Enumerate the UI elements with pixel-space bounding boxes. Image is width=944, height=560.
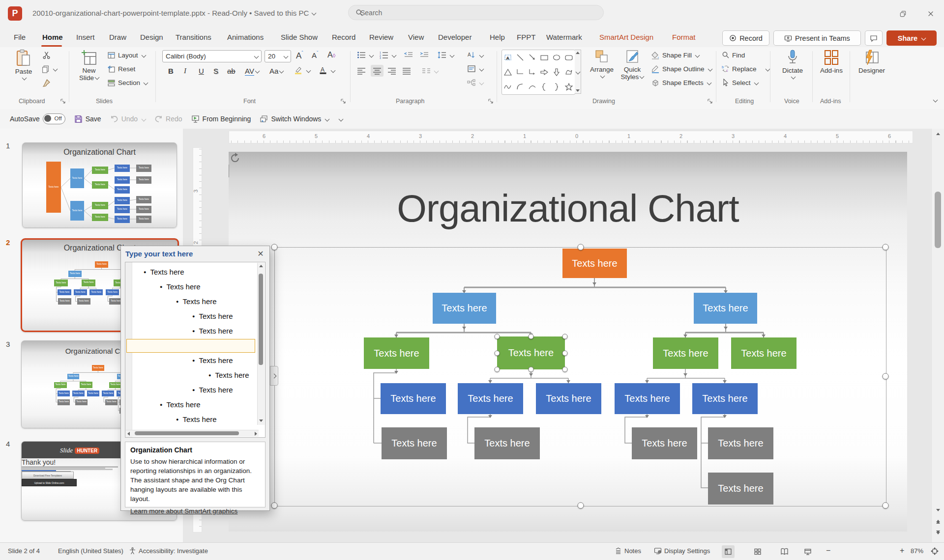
text-pane-item[interactable]: ●Texts here bbox=[176, 413, 217, 426]
tab-file[interactable]: File bbox=[14, 30, 26, 45]
quick-styles-button[interactable]: QuickStyles bbox=[619, 49, 646, 81]
tab-transitions[interactable]: Transitions bbox=[176, 30, 211, 45]
tab-view[interactable]: View bbox=[408, 30, 424, 45]
saved-status[interactable]: Saved to this PC bbox=[254, 9, 309, 17]
cut-button[interactable] bbox=[42, 51, 51, 59]
org-node-g1[interactable]: Texts here bbox=[382, 427, 447, 459]
new-slide-button[interactable]: NewSlide bbox=[75, 49, 103, 82]
org-node-root[interactable]: Texts here bbox=[562, 249, 627, 278]
fit-slide-button[interactable] bbox=[931, 547, 939, 555]
tab-fppt[interactable]: FPPT bbox=[517, 30, 535, 45]
selection-handle[interactable] bbox=[883, 244, 889, 251]
align-center-button[interactable] bbox=[371, 65, 384, 77]
slide-number-status[interactable]: Slide 2 of 4 bbox=[8, 547, 40, 555]
shape-fill-button[interactable]: Shape Fill bbox=[651, 51, 699, 59]
replace-button[interactable]: bcReplace bbox=[722, 65, 769, 73]
org-node-b2[interactable]: Texts here bbox=[458, 383, 523, 414]
normal-view-button[interactable] bbox=[722, 545, 735, 558]
zoom-out-button[interactable]: − bbox=[826, 546, 830, 555]
shape-handle[interactable] bbox=[495, 351, 500, 356]
tab-developer[interactable]: Developer bbox=[438, 30, 472, 45]
smartart-selection-frame[interactable] bbox=[274, 247, 886, 506]
autosave-toggle[interactable]: AutoSave Off bbox=[10, 113, 65, 124]
slide-sorter-view-button[interactable] bbox=[751, 545, 764, 558]
close-window-button[interactable] bbox=[924, 7, 938, 21]
text-shadow-button[interactable]: S bbox=[213, 67, 218, 75]
line-spacing-button[interactable] bbox=[438, 51, 454, 59]
present-in-teams-button[interactable]: Present in Teams bbox=[773, 30, 861, 46]
record-button[interactable]: Record bbox=[722, 30, 769, 46]
tab-insert[interactable]: Insert bbox=[76, 30, 95, 45]
scrollbar-thumb[interactable] bbox=[259, 274, 263, 365]
bold-button[interactable]: B bbox=[168, 67, 174, 75]
scroll-up-icon[interactable] bbox=[936, 133, 940, 135]
tab-help[interactable]: Help bbox=[490, 30, 505, 45]
org-node-g5[interactable]: Texts here bbox=[708, 473, 773, 504]
shape-star[interactable] bbox=[562, 80, 575, 94]
dictate-button[interactable]: Dictate bbox=[778, 49, 807, 79]
select-button[interactable]: Select bbox=[722, 79, 758, 86]
slideshow-view-button[interactable] bbox=[801, 545, 814, 558]
text-pane-item[interactable]: ●Texts here bbox=[176, 295, 217, 308]
tab-watermark[interactable]: Watermark bbox=[546, 30, 582, 45]
paragraph-dialog-launcher[interactable] bbox=[488, 98, 494, 104]
text-pane-vscrollbar[interactable] bbox=[257, 263, 265, 425]
section-button[interactable]: Section bbox=[107, 79, 148, 87]
increase-indent-button[interactable] bbox=[420, 51, 429, 59]
slide-editing-area[interactable]: Organizational Chart Texts hereTexts her… bbox=[229, 152, 907, 532]
scrollbar-thumb[interactable] bbox=[935, 192, 941, 248]
text-pane-toggle-tab[interactable] bbox=[270, 366, 278, 386]
org-node-green3[interactable]: Texts here bbox=[653, 337, 718, 369]
shape-handle[interactable] bbox=[562, 351, 568, 356]
save-button[interactable]: Save bbox=[74, 115, 101, 123]
justify-button[interactable] bbox=[402, 67, 411, 75]
org-node-g2[interactable]: Texts here bbox=[474, 427, 540, 459]
clear-formatting-button[interactable]: A◊ bbox=[327, 51, 335, 59]
shape-curve[interactable] bbox=[526, 80, 538, 94]
shape-rectangle[interactable] bbox=[538, 50, 551, 65]
font-color-button[interactable]: A bbox=[319, 66, 335, 75]
org-node-b4[interactable]: Texts here bbox=[615, 383, 680, 414]
font-dialog-launcher[interactable] bbox=[340, 98, 346, 104]
align-left-button[interactable] bbox=[357, 67, 366, 75]
org-node-b3[interactable]: Texts here bbox=[536, 383, 601, 414]
switch-windows-button[interactable]: Switch Windows bbox=[260, 115, 329, 123]
shape-arrow[interactable] bbox=[526, 50, 538, 65]
change-case-button[interactable]: Aa bbox=[269, 67, 283, 75]
display-settings-button[interactable]: Display Settings bbox=[654, 547, 710, 555]
shape-line[interactable] bbox=[514, 50, 527, 65]
tab-draw[interactable]: Draw bbox=[109, 30, 126, 45]
comments-button[interactable] bbox=[865, 30, 883, 46]
shape-text-box[interactable]: A bbox=[502, 50, 514, 65]
font-name-combo[interactable]: Calibri (Body) bbox=[162, 50, 262, 62]
shape-down-arrow[interactable] bbox=[551, 65, 563, 80]
text-pane-item[interactable]: ●Texts here bbox=[192, 309, 233, 323]
org-node-green4[interactable]: Texts here bbox=[731, 337, 796, 369]
scroll-up-icon[interactable] bbox=[576, 52, 580, 54]
text-direction-button[interactable]: A bbox=[467, 51, 483, 59]
scroll-right-icon[interactable] bbox=[255, 432, 257, 436]
qat-overflow-button[interactable] bbox=[338, 117, 343, 121]
text-pane-list[interactable]: ●Texts here●Texts here●Texts here●Texts … bbox=[125, 262, 266, 438]
tab-format[interactable]: Format bbox=[672, 30, 696, 45]
org-node-b5[interactable]: Texts here bbox=[692, 383, 758, 414]
drawing-dialog-launcher[interactable] bbox=[707, 98, 713, 104]
collapse-ribbon-icon[interactable] bbox=[933, 98, 938, 103]
text-pane-item[interactable]: ●Texts here bbox=[160, 280, 201, 294]
shape-gallery-scrollbar[interactable] bbox=[575, 50, 581, 94]
tab-slide-show[interactable]: Slide Show bbox=[281, 30, 318, 45]
layout-button[interactable]: Layout bbox=[107, 51, 146, 59]
shape-handle[interactable] bbox=[495, 367, 500, 372]
shape-handle[interactable] bbox=[562, 367, 568, 372]
convert-to-smartart-button[interactable] bbox=[467, 79, 483, 86]
text-pane-item[interactable]: ●Texts here bbox=[144, 265, 184, 279]
previous-slide-button[interactable] bbox=[936, 520, 940, 524]
search-input[interactable]: Search bbox=[348, 5, 604, 20]
tab-record[interactable]: Record bbox=[332, 30, 355, 45]
next-slide-button[interactable] bbox=[936, 531, 940, 534]
find-button[interactable]: Find bbox=[722, 51, 745, 59]
shape-effects-button[interactable]: Shape Effects bbox=[651, 79, 711, 87]
chevron-down-icon[interactable] bbox=[312, 11, 317, 16]
selection-handle[interactable] bbox=[271, 244, 278, 251]
format-painter-button[interactable] bbox=[42, 79, 51, 87]
